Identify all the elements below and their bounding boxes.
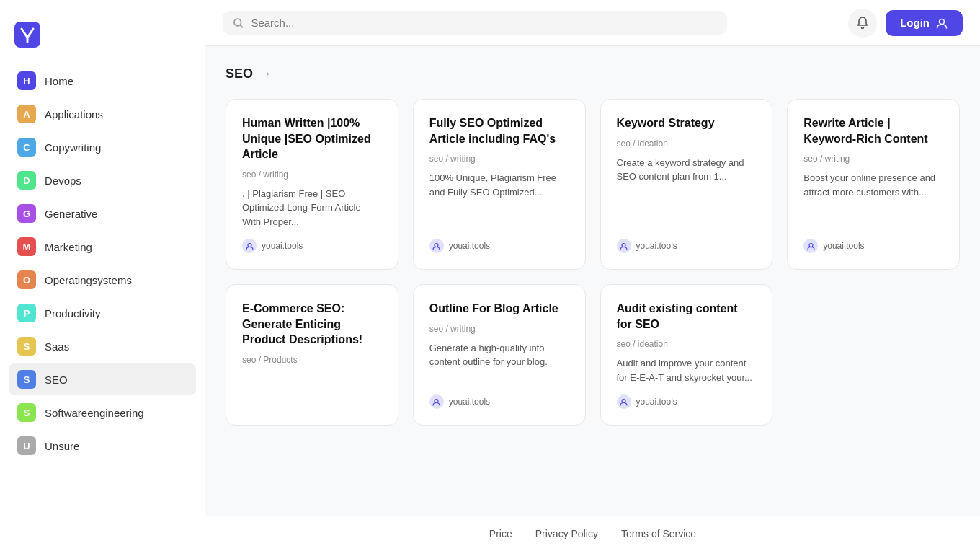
search-input[interactable] xyxy=(251,17,717,29)
content-area: SEO → Human Written |100% Unique |SEO Op… xyxy=(205,46,980,516)
card-card-5[interactable]: E-Commerce SEO: Generate Enticing Produc… xyxy=(226,284,398,426)
sidebar-label-operatingsystems: Operatingsystems xyxy=(45,274,132,286)
card-description: Boost your online presence and attract m… xyxy=(803,171,943,229)
card-title: E-Commerce SEO: Generate Enticing Produc… xyxy=(242,301,382,348)
card-author: youai.tools xyxy=(617,239,757,253)
sidebar-item-devops[interactable]: D Devops xyxy=(9,164,196,196)
footer: PricePrivacy PolicyTerms of Service xyxy=(205,516,980,551)
card-title: Fully SEO Optimized Article including FA… xyxy=(429,115,569,146)
card-title: Keyword Strategy xyxy=(617,115,757,131)
sidebar-label-seo: SEO xyxy=(45,374,68,386)
sidebar-label-devops: Devops xyxy=(45,175,81,187)
author-icon xyxy=(803,239,818,253)
card-author: youai.tools xyxy=(617,394,757,409)
card-tag: seo / writing xyxy=(429,154,569,164)
author-name: youai.tools xyxy=(449,397,490,407)
sidebar-label-saas: Saas xyxy=(45,340,69,353)
card-description: Create a keyword strategy and SEO conten… xyxy=(617,156,757,229)
sidebar-label-copywriting: Copywriting xyxy=(45,141,101,154)
author-icon xyxy=(617,394,631,409)
sidebar-item-unsure[interactable]: U Unsure xyxy=(9,430,196,462)
sidebar-icon-saas: S xyxy=(17,337,36,356)
author-name: youai.tools xyxy=(636,241,677,251)
card-description: . | Plagiarism Free | SEO Optimized Long… xyxy=(242,187,382,229)
sidebar-label-marketing: Marketing xyxy=(45,241,92,253)
sidebar-icon-operatingsystems: O xyxy=(17,270,36,289)
card-tag: seo / ideation xyxy=(617,138,757,149)
footer-link-price[interactable]: Price xyxy=(489,528,512,539)
card-card-3[interactable]: Keyword Strategy seo / ideation Create a… xyxy=(600,99,773,270)
bell-icon xyxy=(855,16,870,30)
cards-grid: Human Written |100% Unique |SEO Optimize… xyxy=(226,99,960,426)
sidebar-item-softwareengineering[interactable]: S Softwareengineering xyxy=(9,397,196,428)
login-button[interactable]: Login xyxy=(886,10,963,36)
sidebar-item-operatingsystems[interactable]: O Operatingsystems xyxy=(9,264,196,296)
svg-point-7 xyxy=(809,243,813,247)
search-container[interactable] xyxy=(223,11,727,35)
sidebar-item-copywriting[interactable]: C Copywriting xyxy=(9,131,196,163)
logo-container xyxy=(0,14,205,65)
card-card-1[interactable]: Human Written |100% Unique |SEO Optimize… xyxy=(226,99,398,270)
breadcrumb-category: SEO xyxy=(226,66,253,81)
breadcrumb: SEO → xyxy=(226,66,960,81)
card-tag: seo / writing xyxy=(429,324,569,334)
sidebar-icon-unsure: U xyxy=(17,436,36,455)
svg-point-5 xyxy=(435,243,438,247)
sidebar-label-generative: Generative xyxy=(45,208,97,220)
sidebar-label-home: Home xyxy=(45,75,74,87)
sidebar-icon-softwareengineering: S xyxy=(17,403,36,422)
card-author: youai.tools xyxy=(803,239,943,253)
sidebar-icon-generative: G xyxy=(17,204,36,223)
breadcrumb-arrow: → xyxy=(259,66,272,81)
sidebar-label-applications: Applications xyxy=(45,108,103,120)
sidebar-item-generative[interactable]: G Generative xyxy=(9,198,196,229)
author-name: youai.tools xyxy=(823,241,864,251)
card-tag: seo / ideation xyxy=(617,339,757,349)
footer-link-privacy-policy[interactable]: Privacy Policy xyxy=(535,528,598,539)
svg-point-8 xyxy=(435,399,438,402)
card-author: youai.tools xyxy=(429,394,569,409)
card-card-6[interactable]: Outline For Blog Article seo / writing G… xyxy=(413,284,586,426)
author-name: youai.tools xyxy=(262,241,303,251)
author-icon xyxy=(429,394,444,409)
youai-logo-icon xyxy=(14,22,40,48)
card-tag: seo / Products xyxy=(242,355,382,365)
topbar-actions: Login xyxy=(848,9,963,38)
sidebar-item-productivity[interactable]: P Productivity xyxy=(9,297,196,329)
notifications-button[interactable] xyxy=(848,9,877,38)
sidebar-label-productivity: Productivity xyxy=(45,307,101,319)
sidebar-icon-applications: A xyxy=(17,105,36,123)
sidebar-item-saas[interactable]: S Saas xyxy=(9,330,196,362)
svg-rect-0 xyxy=(14,22,40,48)
sidebar-icon-seo: S xyxy=(17,370,36,389)
author-name: youai.tools xyxy=(636,397,677,407)
svg-point-9 xyxy=(622,399,625,402)
author-icon xyxy=(429,239,444,253)
login-label: Login xyxy=(900,17,930,29)
sidebar-label-softwareengineering: Softwareengineering xyxy=(45,407,144,419)
card-title: Outline For Blog Article xyxy=(429,301,569,317)
card-author: youai.tools xyxy=(429,239,569,253)
card-title: Human Written |100% Unique |SEO Optimize… xyxy=(242,115,382,162)
login-icon xyxy=(935,17,948,30)
author-icon xyxy=(242,239,257,253)
card-tag: seo / writing xyxy=(242,169,382,180)
sidebar-item-seo[interactable]: S SEO xyxy=(9,363,196,395)
sidebar-item-marketing[interactable]: M Marketing xyxy=(9,231,196,263)
sidebar-icon-devops: D xyxy=(17,171,36,190)
card-card-4[interactable]: Rewrite Article | Keyword-Rich Content s… xyxy=(787,99,960,270)
svg-point-4 xyxy=(248,243,251,247)
card-card-2[interactable]: Fully SEO Optimized Article including FA… xyxy=(413,99,586,270)
sidebar-item-home[interactable]: H Home xyxy=(9,65,196,97)
sidebar-icon-home: H xyxy=(17,71,36,90)
card-description: Generate a high-quality info content out… xyxy=(429,341,569,385)
card-description: Audit and improve your content for E-E-A… xyxy=(617,356,757,384)
footer-link-terms-of-service[interactable]: Terms of Service xyxy=(621,528,696,539)
sidebar-item-applications[interactable]: A Applications xyxy=(9,98,196,130)
card-tag: seo / writing xyxy=(803,154,943,164)
card-card-7[interactable]: Audit existing content for SEO seo / ide… xyxy=(600,284,773,426)
svg-point-6 xyxy=(622,243,625,247)
author-icon xyxy=(617,239,631,253)
search-icon xyxy=(233,17,244,29)
sidebar-icon-productivity: P xyxy=(17,304,36,322)
